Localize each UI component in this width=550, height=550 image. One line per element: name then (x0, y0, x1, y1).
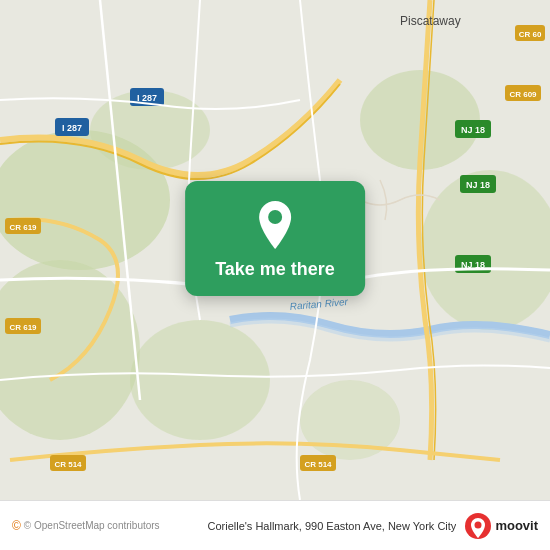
svg-point-3 (130, 320, 270, 440)
attribution: © © OpenStreetMap contributors (12, 519, 160, 533)
svg-text:I 287: I 287 (137, 93, 157, 103)
osm-icon: © (12, 519, 21, 533)
attribution-text: © OpenStreetMap contributors (24, 520, 160, 531)
location-pin-icon (253, 199, 297, 251)
moovit-text: moovit (495, 518, 538, 533)
moovit-logo: moovit (464, 512, 538, 540)
moovit-brand-icon (464, 512, 492, 540)
svg-text:CR 619: CR 619 (9, 323, 37, 332)
svg-text:CR 514: CR 514 (54, 460, 82, 469)
svg-point-34 (475, 521, 482, 528)
svg-text:NJ 18: NJ 18 (466, 180, 490, 190)
svg-text:CR 60: CR 60 (519, 30, 542, 39)
bottom-bar: © © OpenStreetMap contributors Corielle'… (0, 500, 550, 550)
svg-text:CR 609: CR 609 (509, 90, 537, 99)
svg-text:I 287: I 287 (62, 123, 82, 133)
location-info: © © OpenStreetMap contributors (12, 519, 160, 533)
take-me-there-button[interactable]: Take me there (185, 181, 365, 296)
location-text: Corielle's Hallmark, 990 Easton Ave, New… (207, 520, 456, 532)
svg-point-32 (268, 210, 282, 224)
svg-text:Piscataway: Piscataway (400, 14, 461, 28)
map-container: I 287 I 287 NJ 18 NJ 18 NJ 18 CR 619 CR … (0, 0, 550, 500)
svg-text:CR 514: CR 514 (304, 460, 332, 469)
svg-text:CR 619: CR 619 (9, 223, 37, 232)
cta-label: Take me there (215, 259, 335, 280)
svg-text:NJ 18: NJ 18 (461, 125, 485, 135)
